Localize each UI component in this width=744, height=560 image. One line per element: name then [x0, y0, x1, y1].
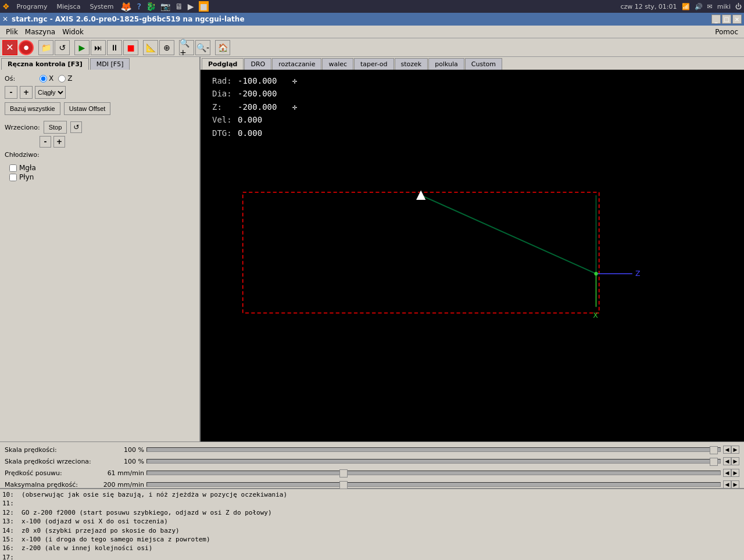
feedrate-override-dec[interactable]: ◀ [723, 446, 731, 454]
toolpath-line [421, 195, 596, 274]
open-file-button[interactable]: 📁 [38, 40, 53, 55]
jog-controls: - + Ciągły 0.001 0.01 0.1 1 [5, 86, 195, 99]
jog-mode-select[interactable]: Ciągły 0.001 0.01 0.1 1 [35, 86, 66, 99]
zoom-in-button[interactable]: 🔍+ [179, 40, 194, 55]
tab-stozek[interactable]: stozek [395, 58, 428, 70]
axis-x-radio[interactable] [40, 75, 47, 82]
network-icon: 📶 [682, 3, 690, 10]
feed-speed-label: Prędkość posuwu: [5, 469, 98, 477]
feedrate-override-track[interactable] [146, 447, 721, 452]
spindle-rotate-button[interactable]: ↺ [70, 121, 82, 133]
tab-podglad[interactable]: Podgląd [202, 58, 244, 70]
menu-pomoc[interactable]: Pomoc [711, 27, 742, 37]
menu-plik[interactable]: Plik [2, 27, 22, 37]
feed-speed-value: 61 mm/min [98, 469, 144, 477]
window-title: start.ngc - AXIS 2.6.0-pre0-1825-gb6bc51… [12, 15, 244, 23]
zoom-out-button[interactable]: 🔍- [195, 40, 210, 55]
menu-system[interactable]: System [87, 2, 116, 12]
axis-x-label: X [49, 74, 53, 82]
email-icon[interactable]: ✉ [707, 3, 713, 10]
spindle-speed-minus[interactable]: - [40, 136, 51, 148]
tab-custom[interactable]: Custom [465, 58, 502, 70]
firefox-icon[interactable]: 🦊 [120, 1, 132, 12]
max-speed-dec[interactable]: ◀ [723, 480, 731, 489]
reload-button[interactable]: ↺ [55, 40, 70, 55]
set-offset-button[interactable]: Ustaw Offset [64, 102, 111, 115]
tab-polkula[interactable]: polkula [428, 58, 464, 70]
tab-taper-od[interactable]: taper-od [354, 58, 394, 70]
menu-maszyna[interactable]: Maszyna [22, 27, 59, 37]
feed-speed-track[interactable] [146, 471, 721, 475]
spindle-override-dec[interactable]: ◀ [723, 457, 731, 465]
feed-speed-row: Prędkość posuwu: 61 mm/min ◀ ▶ [5, 468, 739, 478]
axis-z-option[interactable]: Z [58, 74, 72, 82]
max-speed-track[interactable] [146, 482, 721, 487]
axis-x-option[interactable]: X [40, 74, 53, 82]
power-button[interactable]: ● [19, 40, 34, 55]
coolant-mist-checkbox[interactable] [9, 164, 17, 172]
axis-label: Oś: [5, 75, 40, 82]
jog-minus-button[interactable]: - [5, 86, 17, 99]
coord-button[interactable]: ⊕ [159, 40, 174, 55]
axis-z-label: Z [67, 74, 72, 82]
left-panel: Ręczna kontrola [F3] MDI [F5] Oś: X Z [0, 57, 201, 441]
coolant-mist-row: Mgła [9, 164, 195, 172]
power-icon[interactable]: ⏻ [735, 3, 742, 10]
help-icon[interactable]: ? [137, 2, 141, 11]
reset-view-button[interactable]: 🏠 [215, 40, 230, 55]
run-button[interactable]: ▶ [74, 40, 90, 55]
home-offset-row: Bazuj wszystkie Ustaw Offset [5, 102, 195, 115]
datetime: czw 12 sty, 01:01 [621, 3, 677, 10]
spindle-override-track[interactable] [146, 459, 721, 464]
app-icon2[interactable]: 📷 [160, 2, 170, 11]
app-icon1[interactable]: 🐉 [146, 2, 156, 11]
spindle-override-value: 100 % [98, 458, 144, 465]
spindle-override-inc[interactable]: ▶ [731, 457, 739, 465]
tab-manual-control[interactable]: Ręczna kontrola [F3] [1, 58, 89, 70]
maximize-button[interactable]: □ [722, 15, 731, 24]
coolant-flood-label: Płyn [19, 173, 34, 181]
menu-widok[interactable]: Widok [59, 27, 87, 37]
axis-z-radio[interactable] [58, 75, 66, 82]
canvas-area[interactable]: Rad: -100.000 ✛ Dia: -200.000 Z: -200.00… [201, 70, 744, 441]
touch-off-button[interactable]: 📐 [143, 40, 158, 55]
x-axis-label: X [593, 311, 598, 320]
spindle-stop-button[interactable]: Stop [44, 121, 67, 134]
close-button[interactable]: ✕ [732, 15, 742, 24]
app-icon3[interactable]: 🖥 [175, 2, 183, 11]
tab-mdi[interactable]: MDI [F5] [90, 58, 130, 70]
touchoff-icon: 📐 [146, 43, 156, 52]
step-icon: ⏭ [94, 43, 102, 52]
console-line-7: 17: [2, 553, 742, 560]
estop-button[interactable]: ✕ [2, 40, 17, 55]
spindle-speed-plus[interactable]: + [53, 136, 65, 148]
volume-icon[interactable]: 🔊 [695, 3, 703, 10]
max-speed-inc[interactable]: ▶ [731, 480, 739, 489]
app-icon5[interactable]: ■ [199, 1, 209, 12]
minimize-button[interactable]: _ [711, 15, 721, 24]
feed-speed-thumb[interactable] [339, 469, 348, 478]
feedrate-override-inc[interactable]: ▶ [731, 446, 739, 454]
max-speed-label: Maksymalna prędkość: [5, 481, 98, 489]
app-logo: ✕ [2, 15, 8, 23]
menu-programy[interactable]: Programy [15, 2, 50, 12]
step-forward-button[interactable]: ⏭ [91, 40, 106, 55]
app-icon4[interactable]: ▶ [188, 2, 194, 11]
feedrate-override-thumb[interactable] [710, 446, 718, 454]
tab-walec[interactable]: walec [322, 58, 353, 70]
menu-miejsca[interactable]: Miejsca [54, 2, 83, 12]
coolant-flood-checkbox[interactable] [9, 174, 17, 181]
max-speed-thumb[interactable] [339, 481, 348, 489]
feed-speed-inc[interactable]: ▶ [731, 469, 739, 477]
axis-row: Oś: X Z [5, 74, 195, 82]
stop-run-button[interactable]: ■ [123, 40, 138, 55]
feed-speed-dec[interactable]: ◀ [723, 469, 731, 477]
tab-roztaczanie[interactable]: roztaczanie [272, 58, 321, 70]
tab-dro[interactable]: DRO [244, 58, 271, 70]
jog-plus-button[interactable]: + [20, 86, 33, 99]
pause-button[interactable]: ⏸ [107, 40, 122, 55]
console-area[interactable]: 10: (obserwując jak osie się bazują, i n… [0, 488, 744, 560]
home-all-button[interactable]: Bazuj wszystkie [5, 102, 60, 115]
right-panel: Podgląd DRO roztaczanie walec taper-od s… [201, 57, 744, 441]
spindle-override-thumb[interactable] [710, 458, 718, 466]
